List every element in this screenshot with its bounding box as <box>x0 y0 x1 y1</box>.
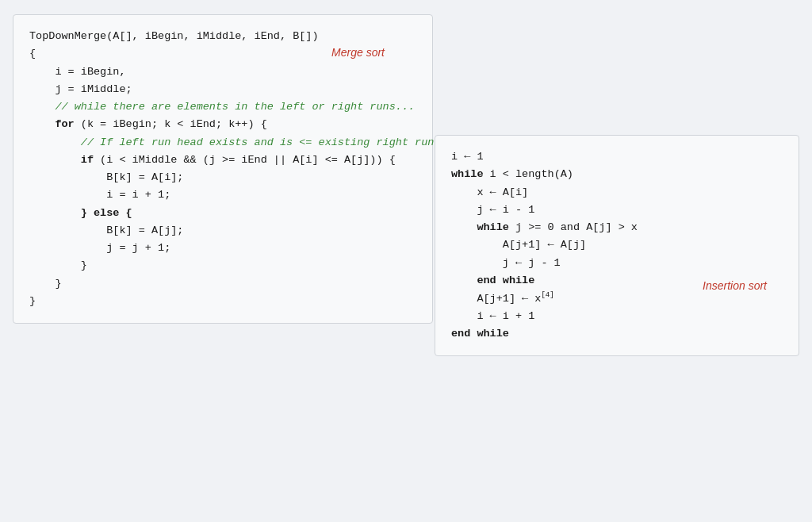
insertion-sort-panel: Insertion sort i ← 1 while i < length(A)… <box>435 135 799 356</box>
merge-sort-label: Merge sort <box>331 44 385 62</box>
ins-line-4: j ← i - 1 <box>451 202 783 219</box>
kw-if: if <box>29 154 94 166</box>
merge-sort-panel: Merge sort TopDownMerge(A[], iBegin, iMi… <box>13 14 433 324</box>
code-line-7: // If left run head exists and is <= exi… <box>29 134 416 152</box>
code-line-5: // while there are elements in the left … <box>29 98 416 116</box>
ins-line-10: i ← i + 1 <box>451 308 783 325</box>
code-line-10: i = i + 1; <box>29 186 416 204</box>
code-line-14: } <box>29 257 416 274</box>
kw-while-2: while <box>451 221 509 233</box>
kw-end-while-1: end while <box>451 274 534 286</box>
insertion-sort-label: Insertion sort <box>703 277 767 295</box>
ins-line-2-rest: i < length(A) <box>484 168 573 180</box>
ins-line-2: while i < length(A) <box>451 166 783 183</box>
kw-while-1: while <box>451 168 484 180</box>
code-line-15: } <box>29 275 416 293</box>
ins-line-5: while j >= 0 and A[j] > x <box>451 219 783 236</box>
ins-line-6: A[j+1] ← A[j] <box>451 236 783 254</box>
code-line-8-rest: (i < iMiddle && (j >= iEnd || A[i] <= A[… <box>94 154 396 166</box>
ins-line-9-text: A[j+1] ← x <box>451 293 541 305</box>
code-line-9: B[k] = A[i]; <box>29 169 416 186</box>
code-line-1: TopDownMerge(A[], iBegin, iMiddle, iEnd,… <box>29 28 416 45</box>
ins-line-7: j ← j - 1 <box>451 255 783 272</box>
ins-line-1: i ← 1 <box>451 148 783 166</box>
kw-else: } else { <box>29 207 132 219</box>
code-line-6-rest: (k = iBegin; k < iEnd; k++) { <box>75 118 267 130</box>
code-line-16: } <box>29 293 416 310</box>
ins-line-11: end while <box>451 325 783 343</box>
page-container: Merge sort TopDownMerge(A[], iBegin, iMi… <box>0 8 812 330</box>
code-line-4: j = iMiddle; <box>29 81 416 98</box>
ins-line-3: x ← A[i] <box>451 184 783 202</box>
code-line-13: j = j + 1; <box>29 240 416 257</box>
code-line-11: } else { <box>29 205 416 222</box>
ins-line-9-sup: [4] <box>541 291 553 299</box>
code-line-6: for (k = iBegin; k < iEnd; k++) { <box>29 116 416 133</box>
kw-for: for <box>29 118 75 130</box>
code-line-12: B[k] = A[j]; <box>29 222 416 240</box>
kw-end-while-2: end while <box>451 328 509 340</box>
code-line-8: if (i < iMiddle && (j >= iEnd || A[i] <=… <box>29 152 416 169</box>
ins-line-5-rest: j >= 0 and A[j] > x <box>509 221 638 233</box>
code-line-3: i = iBegin, <box>29 63 416 81</box>
